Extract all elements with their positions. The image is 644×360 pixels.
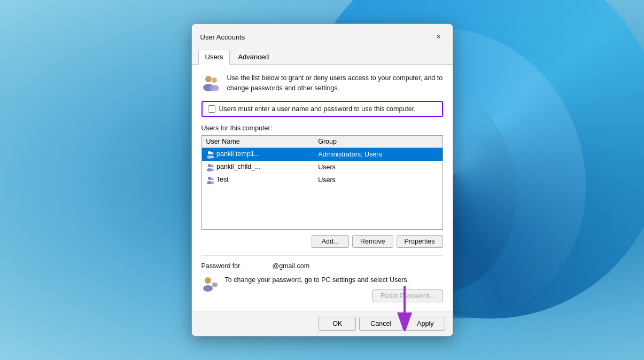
password-top-row: Password for @gmail.com [201,262,443,270]
row-user-icon [206,163,215,171]
tab-users[interactable]: Users [198,50,230,65]
row-user-icon [206,150,215,159]
password-required-label: Users must enter a user name and passwor… [219,105,416,113]
add-button[interactable]: Add... [312,235,349,248]
tab-advanced[interactable]: Advanced [231,50,276,64]
svg-rect-20 [214,284,216,287]
svg-point-3 [210,85,219,91]
svg-point-0 [205,76,212,82]
table-row[interactable]: pankil_child_... Users [202,161,443,174]
svg-point-15 [210,181,214,184]
user-accounts-dialog: User Accounts × Users Advanced [191,24,453,336]
col-username: User Name [202,136,314,148]
svg-point-17 [203,285,213,292]
user-table-container: User Name Group [201,135,443,230]
svg-point-12 [208,177,211,180]
svg-point-4 [208,151,211,154]
tabs-bar: Users Advanced [192,46,453,65]
info-text: Use the list below to grant or deny user… [227,73,443,93]
ok-button[interactable]: OK [319,317,356,331]
users-section-label: Users for this computer: [201,124,443,132]
group-cell: Users [314,174,442,186]
svg-point-10 [211,165,213,167]
dialog-overlay: User Accounts × Users Advanced [0,0,644,360]
svg-point-16 [205,277,211,284]
svg-point-2 [212,77,217,83]
username-cell: Test [216,176,229,183]
action-buttons-row: Add... Remove Properties [201,235,443,248]
username-cell: pankil_child_... [216,163,261,170]
password-desc-container: To change your password, go to PC settin… [225,275,443,302]
cancel-button[interactable]: Cancel [359,317,402,331]
table-empty-row [202,186,443,229]
password-user-icon [201,275,219,294]
password-required-checkbox[interactable] [208,105,215,113]
group-cell: Users [314,161,442,174]
reset-password-row: Reset Password... [225,289,443,302]
row-user-icon [206,176,215,184]
group-cell: Administrators; Users [314,147,442,161]
apply-button[interactable]: Apply [406,317,445,331]
password-description: To change your password, go to PC settin… [225,276,409,284]
password-info-row: To change your password, go to PC settin… [201,275,443,302]
dialog-titlebar: User Accounts × [192,24,453,44]
dialog-body: Use the list below to grant or deny user… [192,65,453,310]
password-for-label: Password for [201,262,240,270]
svg-point-7 [210,155,214,158]
password-required-row: Users must enter a user name and passwor… [201,101,443,117]
table-row[interactable]: pankil.temp1... Administrators; Users [202,147,443,161]
table-row[interactable]: Test Users [202,174,443,186]
svg-point-14 [211,177,213,180]
reset-password-button[interactable]: Reset Password... [373,289,443,302]
properties-button[interactable]: Properties [397,235,443,248]
svg-point-6 [211,152,213,154]
users-icon [201,73,221,92]
user-table: User Name Group [202,136,443,229]
svg-point-11 [210,168,214,171]
svg-point-8 [208,164,211,167]
close-button[interactable]: × [431,29,446,44]
remove-button[interactable]: Remove [352,235,393,248]
close-icon: × [436,32,441,42]
password-email: @gmail.com [272,262,309,270]
info-row: Use the list below to grant or deny user… [201,73,443,93]
dialog-title: User Accounts [200,33,245,41]
password-section: Password for @gmail.com To [201,255,443,302]
username-cell: pankil.temp1... [216,150,260,158]
dialog-footer: OK Cancel Apply [192,311,453,336]
col-group: Group [314,136,442,148]
